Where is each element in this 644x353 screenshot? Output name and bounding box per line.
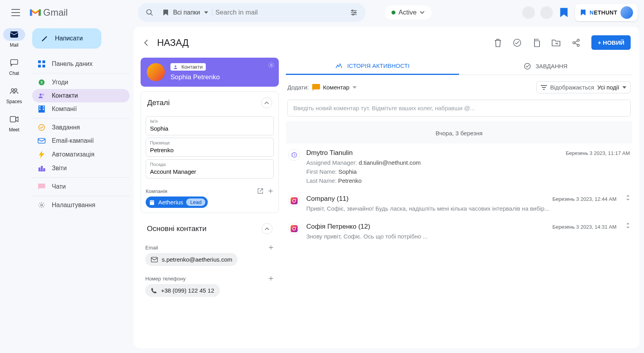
expand-icon[interactable] (626, 223, 630, 240)
chat-icon (10, 59, 18, 66)
last-name-field[interactable] (146, 145, 273, 156)
new-button[interactable]: + НОВИЙ (591, 35, 631, 50)
caret-down-icon (353, 86, 357, 89)
header-right: NETHUNT (522, 4, 638, 21)
sidebar-item-reports[interactable]: Звіти (32, 162, 130, 175)
spaces-icon (10, 88, 18, 94)
hamburger-icon (11, 9, 20, 16)
svg-rect-21 (43, 109, 44, 110)
activity-filter[interactable]: Відображається Усі події (536, 81, 631, 93)
collapse-primary[interactable] (262, 223, 273, 234)
add-comment-button[interactable]: Коментар (312, 84, 357, 91)
menu-button[interactable] (6, 3, 25, 22)
check-circle-icon[interactable] (513, 38, 521, 47)
rail-item-chat[interactable]: Chat (3, 56, 25, 76)
search-options-icon[interactable] (345, 4, 362, 21)
contacts-icon (38, 93, 46, 99)
svg-rect-8 (10, 116, 16, 122)
nethunt-badge-icon (580, 9, 587, 16)
campaign-icon (38, 138, 46, 144)
contacts-small-icon (174, 65, 179, 69)
expand-icon[interactable] (626, 195, 630, 212)
search-icon[interactable] (141, 4, 158, 21)
open-link-icon[interactable] (257, 188, 263, 194)
svg-rect-24 (39, 168, 40, 171)
contact-avatar (147, 63, 165, 81)
collapse-details[interactable] (261, 97, 272, 108)
compose-button[interactable]: Написати (32, 28, 101, 49)
rail-item-meet[interactable]: Meet (3, 113, 25, 133)
svg-point-1 (352, 10, 353, 11)
page-title: НАЗАД (157, 37, 189, 48)
sidebar-item-contacts[interactable]: Контакти (32, 89, 130, 102)
first-name-field[interactable] (146, 124, 273, 135)
date-divider: Вчора, 3 березня (286, 121, 632, 144)
sidebar-item-deals[interactable]: $Угоди (32, 76, 130, 89)
task-icon (38, 124, 46, 131)
svg-point-35 (271, 64, 273, 66)
sidebar-item-chats[interactable]: Чати (32, 180, 130, 193)
pencil-icon (41, 35, 49, 42)
trash-icon[interactable] (494, 38, 502, 47)
activity-item[interactable]: Company (11)Березень 3 2023, 12:44 AMПри… (286, 189, 632, 217)
svg-rect-46 (291, 225, 298, 232)
status-selector[interactable]: Active (384, 5, 432, 20)
svg-rect-10 (42, 60, 45, 63)
svg-point-32 (577, 39, 580, 41)
header-avatar-2[interactable] (540, 6, 553, 19)
tab-tasks[interactable]: ЗАВДАННЯ (459, 58, 632, 75)
comment-icon (312, 84, 320, 91)
activity-item[interactable]: Софія Петренко (12)Березень 3 2023, 14:3… (286, 217, 632, 245)
sidebar-item-settings[interactable]: Налаштування (32, 198, 130, 212)
sidebar-item-tasks[interactable]: Завдання (32, 121, 130, 134)
share-icon[interactable] (572, 38, 580, 47)
primary-contacts-section: Основні контакти Email s.petrenko@aether… (141, 218, 279, 302)
svg-point-45 (295, 198, 296, 199)
folder-selector[interactable]: Всі папки (158, 9, 212, 16)
company-chip[interactable]: Aetherius Lead (146, 197, 208, 208)
plus-icon[interactable] (267, 188, 274, 194)
svg-rect-9 (38, 60, 41, 63)
nethunt-badge[interactable]: NETHUNT (575, 4, 638, 21)
app-header: Gmail Всі папки Active NETHUNT (0, 0, 644, 25)
copy-icon[interactable] (532, 38, 540, 47)
svg-point-7 (15, 89, 17, 91)
header-avatar-1[interactable] (522, 6, 535, 19)
chart-icon (38, 165, 46, 171)
gmail-brand-text: Gmail (43, 7, 68, 18)
svg-point-3 (352, 14, 353, 15)
contact-name: Sophia Petrenko (170, 73, 220, 81)
svg-rect-23 (38, 138, 45, 143)
position-field[interactable] (146, 167, 273, 178)
nethunt-icon[interactable] (558, 7, 569, 18)
add-email-icon[interactable] (268, 244, 274, 251)
search-input[interactable] (216, 9, 345, 16)
email-pill[interactable]: s.petrenko@aetherius.com (145, 253, 238, 266)
filter-icon (541, 85, 547, 90)
rail-item-mail[interactable]: Mail (3, 28, 25, 48)
back-button[interactable] (142, 38, 151, 47)
card-settings-icon[interactable] (268, 62, 275, 69)
history-icon (288, 149, 300, 161)
comment-input[interactable]: Введіть новий коментар тут. Відмітьте ва… (287, 100, 631, 116)
activity-item[interactable]: Dmytro TianulinБерезень 3 2023, 11:17 AM… (286, 144, 632, 189)
svg-rect-26 (44, 169, 45, 171)
sidebar-item-dashboard[interactable]: Панель даних (32, 57, 130, 71)
tab-activity[interactable]: ІСТОРІЯ АКТИВНОСТІ (286, 58, 459, 75)
building-icon (38, 106, 46, 113)
phone-pill[interactable]: +38 (099) 122 45 12 (145, 284, 220, 297)
mail-icon (10, 31, 18, 38)
details-title: Деталі (147, 98, 170, 107)
add-phone-icon[interactable] (268, 275, 274, 282)
sidebar-item-companies[interactable]: Компанії (32, 102, 130, 116)
sidebar-item-automation[interactable]: Автоматизація (32, 147, 130, 162)
grid-icon (38, 60, 46, 67)
rail-item-spaces[interactable]: Spaces (3, 85, 25, 104)
folder-move-icon[interactable] (551, 39, 561, 47)
gear-icon (38, 202, 46, 209)
contact-folder-tag[interactable]: Контакти (170, 63, 206, 71)
deal-icon: $ (38, 79, 46, 86)
sidebar-item-campaigns[interactable]: Email-кампанії (32, 134, 130, 147)
bolt-icon (38, 151, 46, 158)
chevron-down-icon (420, 11, 424, 14)
